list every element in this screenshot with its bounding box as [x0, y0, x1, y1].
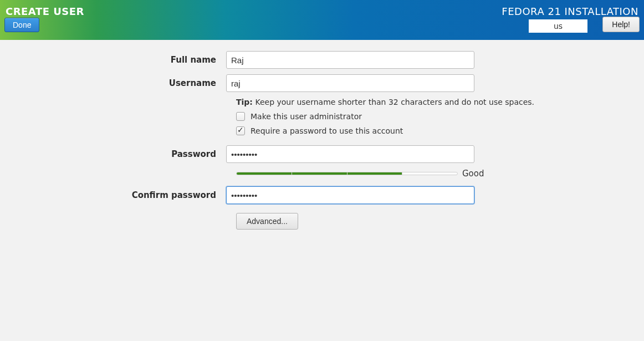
strength-seg-2	[292, 172, 347, 175]
installer-title: FEDORA 21 INSTALLATION	[502, 6, 638, 17]
keyboard-layout-indicator[interactable]: us	[529, 19, 587, 33]
advanced-button[interactable]: Advanced...	[236, 213, 298, 230]
password-strength-bar	[236, 172, 458, 175]
require-password-checkbox[interactable]	[236, 126, 245, 135]
username-tip: Tip: Keep your username shorter than 32 …	[236, 98, 644, 106]
help-button[interactable]: Help!	[602, 17, 640, 32]
require-password-row[interactable]: Require a password to use this account	[236, 126, 644, 135]
done-button[interactable]: Done	[4, 18, 39, 32]
username-label: Username	[0, 78, 226, 88]
password-strength-text: Good	[462, 169, 484, 179]
tip-bold: Tip:	[236, 98, 253, 106]
admin-checkbox-label: Make this user administrator	[251, 112, 362, 121]
confirm-password-label: Confirm password	[0, 190, 226, 200]
strength-seg-4	[402, 172, 457, 175]
confirm-password-input[interactable]	[226, 186, 474, 204]
username-input[interactable]	[226, 74, 474, 92]
require-password-label: Require a password to use this account	[251, 126, 403, 135]
strength-seg-3	[347, 172, 403, 175]
strength-seg-1	[237, 172, 292, 175]
password-strength-row: Good	[236, 169, 644, 179]
password-input[interactable]	[226, 145, 474, 163]
tip-text: Keep your username shorter than 32 chara…	[253, 98, 534, 106]
fullname-label: Full name	[0, 55, 226, 65]
password-label: Password	[0, 149, 226, 159]
form-area: Full name Username Tip: Keep your userna…	[0, 40, 644, 230]
header-bar: CREATE USER Done FEDORA 21 INSTALLATION …	[0, 0, 644, 40]
fullname-input[interactable]	[226, 51, 474, 69]
page-title: CREATE USER	[6, 6, 84, 17]
admin-checkbox-row[interactable]: Make this user administrator	[236, 112, 644, 121]
admin-checkbox[interactable]	[236, 112, 245, 121]
